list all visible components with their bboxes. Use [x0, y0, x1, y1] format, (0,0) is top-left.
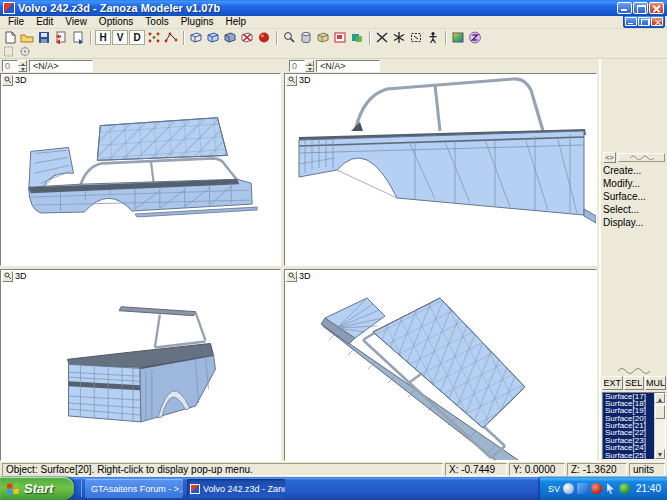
edges-mode-icon[interactable]: [163, 30, 179, 45]
lod-spinner-arrows[interactable]: [18, 60, 27, 72]
spinner-down-icon[interactable]: [305, 66, 314, 72]
list-item[interactable]: Surface[25]: [603, 452, 654, 459]
sidebar-link-modify[interactable]: Modify...: [601, 177, 667, 190]
quick-launch-divider: [74, 480, 82, 497]
figure-tool-icon[interactable]: [425, 30, 441, 45]
menu-edit[interactable]: Edit: [30, 15, 59, 28]
status-units: units: [629, 463, 665, 476]
sidebar-link-select[interactable]: Select...: [601, 203, 667, 216]
open-icon[interactable]: [19, 30, 35, 45]
new-icon[interactable]: [2, 30, 18, 45]
scroll-thumb[interactable]: [655, 405, 665, 419]
select-rect-icon[interactable]: [408, 30, 424, 45]
minimize-button[interactable]: [617, 2, 632, 14]
gradient-tool-icon[interactable]: [450, 30, 466, 45]
viewport-bottom-right[interactable]: 3D: [284, 269, 597, 461]
export-icon[interactable]: [70, 30, 86, 45]
sidebar-link-display[interactable]: Display...: [601, 216, 667, 229]
cursor-icon[interactable]: [605, 483, 616, 494]
volume-icon[interactable]: [563, 483, 574, 494]
menu-help[interactable]: Help: [220, 15, 253, 28]
toolbar-separator: [369, 31, 371, 45]
red-sphere-icon[interactable]: [256, 30, 272, 45]
close-button[interactable]: [649, 2, 664, 14]
status-x-coordinate: X: -0.7449: [445, 463, 507, 476]
viewport-zoom-icon[interactable]: [286, 75, 297, 86]
start-label: Start: [24, 481, 54, 496]
sel-button[interactable]: SEL: [624, 376, 645, 390]
mdi-minimize-button[interactable]: [625, 17, 637, 26]
vertices-mode-icon[interactable]: [146, 30, 162, 45]
menu-view[interactable]: View: [59, 15, 93, 28]
import-icon[interactable]: [53, 30, 69, 45]
viewport-row-bottom: 3D: [0, 269, 599, 461]
view-h-button[interactable]: H: [95, 30, 111, 45]
delete-cube-icon[interactable]: [239, 30, 255, 45]
lod-spinner-arrows-2[interactable]: [305, 60, 314, 72]
task-browser[interactable]: GTAsaitens Forum - >...: [85, 479, 183, 498]
taskbar-clock[interactable]: 21:40: [636, 483, 661, 494]
save-icon[interactable]: [36, 30, 52, 45]
menu-file[interactable]: File: [2, 15, 30, 28]
sidebar-link-create[interactable]: Create...: [601, 164, 667, 177]
viewport-label: 3D: [2, 271, 27, 282]
scroll-up-icon[interactable]: [655, 393, 665, 403]
title-bar[interactable]: Volvo 242.z3d - Zanoza Modeler v1.07b: [0, 0, 667, 16]
status-z-coordinate: Z: -1.3620: [567, 463, 627, 476]
record-icon[interactable]: [591, 483, 602, 494]
texture-icon[interactable]: [349, 30, 365, 45]
shaded-cube-icon[interactable]: [222, 30, 238, 45]
animation-combo-left[interactable]: <N/A>: [29, 60, 93, 72]
maximize-button[interactable]: [633, 2, 648, 14]
mul-button[interactable]: MUL: [645, 376, 666, 390]
viewport-top-left[interactable]: 3D: [0, 73, 281, 266]
wire-cube-icon[interactable]: [188, 30, 204, 45]
viewport-zoom-icon[interactable]: [286, 271, 297, 282]
target-tool-icon[interactable]: [18, 46, 32, 57]
surface-list-scrollbar[interactable]: [654, 393, 665, 459]
flat-cube-icon[interactable]: [205, 30, 221, 45]
zoom-icon[interactable]: [281, 30, 297, 45]
material-icon[interactable]: [332, 30, 348, 45]
car-model-top-left: [1, 74, 280, 264]
view-d-button[interactable]: D: [129, 30, 145, 45]
update-icon[interactable]: [619, 483, 630, 494]
view-v-button[interactable]: V: [112, 30, 128, 45]
rollup-toggle-button[interactable]: <>: [603, 152, 616, 163]
zmodeler-z-icon[interactable]: [467, 30, 483, 45]
viewport-zoom-icon[interactable]: [2, 271, 13, 282]
ext-button[interactable]: EXT: [602, 376, 623, 390]
toolbar-separator: [90, 31, 92, 45]
viewport-top-right[interactable]: 3D: [284, 73, 597, 266]
zmodeler-task-icon: [190, 484, 200, 494]
cylinder-icon[interactable]: [298, 30, 314, 45]
lod-spinner[interactable]: 0: [2, 60, 18, 72]
menu-options[interactable]: Options: [93, 15, 139, 28]
viewport-zoom-icon[interactable]: [2, 75, 13, 86]
viewport-headers: 0 <N/A> 0 <N/A>: [0, 59, 599, 73]
language-indicator[interactable]: SV: [548, 484, 560, 494]
viewport-label: 3D: [286, 75, 311, 86]
scale-tool-icon[interactable]: [374, 30, 390, 45]
animation-combo-right[interactable]: <N/A>: [316, 60, 380, 72]
viewport-bottom-left[interactable]: 3D: [0, 269, 281, 461]
menu-tools[interactable]: Tools: [139, 15, 174, 28]
lod-spinner-2[interactable]: 0: [289, 60, 305, 72]
menu-plugins[interactable]: Plugins: [175, 15, 220, 28]
page-tool-icon[interactable]: [2, 46, 16, 57]
star-tool-icon[interactable]: [391, 30, 407, 45]
scroll-down-icon[interactable]: [655, 449, 665, 459]
sidebar-link-surface[interactable]: Surface...: [601, 190, 667, 203]
application-window: Volvo 242.z3d - Zanoza Modeler v1.07b Fi…: [0, 0, 667, 500]
rollup-handle-icon[interactable]: [618, 153, 665, 162]
start-button[interactable]: Start: [0, 477, 74, 500]
mdi-restore-button[interactable]: [638, 17, 650, 26]
task-zmodeler[interactable]: Volvo 242.z3d - Zano...: [187, 479, 285, 498]
messenger-icon[interactable]: [577, 483, 588, 494]
mdi-close-button[interactable]: [651, 17, 663, 26]
workspace: 0 <N/A> 0 <N/A> 3D: [0, 59, 667, 461]
cube-icon[interactable]: [315, 30, 331, 45]
spinner-down-icon[interactable]: [18, 66, 27, 72]
status-bar: Object: Surface[20]. Right-click to disp…: [0, 461, 667, 478]
list-rollup-handle-icon[interactable]: [603, 365, 665, 375]
